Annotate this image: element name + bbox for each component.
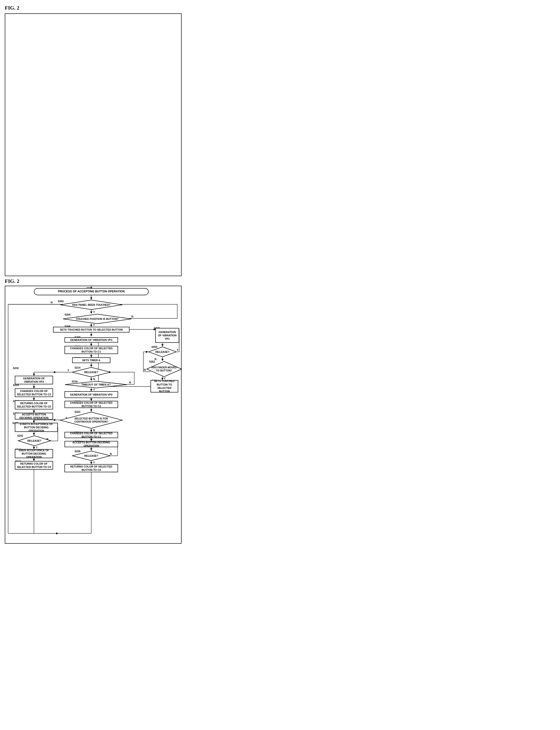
s208-box: GENERATION OF VIBRATION VP1 — [65, 337, 118, 343]
s246-box: RETURNS COLOR OF SELECTED BUTTON TO C0 — [15, 461, 53, 470]
s236-box: RETURNS COLOR OF SELECTED BUTTON TO C0 — [15, 400, 53, 409]
s252-diamond: HAS FINGER MOVED TO BUTTON? — [146, 361, 182, 377]
s230-box: RETURNS COLOR OF SELECTED BUTTON TO C0 — [65, 464, 118, 472]
svg-text:Y: Y — [93, 388, 95, 391]
s212-box: SETS TIMER A — [72, 357, 110, 363]
s244-box: ENDS ACCEPTANCE OF BUTTON DECIDING OPERA… — [15, 449, 53, 458]
fig-label-2: FIG. 2 — [5, 278, 182, 284]
s242-diamond: RELEASE? — [18, 435, 51, 446]
svg-text:Y: Y — [177, 349, 179, 351]
s238-box: ACCEPTS BUTTON DECIDING OPERATION — [15, 413, 53, 419]
svg-text:N: N — [51, 301, 53, 304]
svg-text:N: N — [93, 429, 95, 432]
s220-box: CHANGES COLOR OF SELECTED BUTTON TO C2 — [65, 401, 118, 408]
s226-box: ACCEPTS BUTTON DECIDING OPERATION — [65, 441, 118, 447]
s234-box: CHANGES COLOR OF SELECTED BUTTON TO C2 — [15, 388, 53, 397]
s222-diamond: SELECTED BUTTON IS FOR CONTINUOUS OPERAT… — [60, 412, 123, 429]
s224-box: CHANGES COLOR OF SELECTED BUTTON TO C1 — [65, 432, 118, 438]
s206-box: SETS TOUCHED BUTTON TO SELECTED BUTTON — [53, 327, 129, 333]
s204-diamond: TOUCHED POSITION IS BUTTON? — [63, 314, 132, 324]
s240-box: STARTS ACCEPTANCE OF BUTTON DECIDING OPE… — [15, 423, 58, 432]
svg-text:N: N — [93, 378, 95, 381]
s254-box: SETS TOUCHED BUTTON TO SELECTED BUTTON — [151, 380, 178, 392]
s248-box: GENERATION OF VIBRATION VP1 — [155, 328, 179, 343]
s218-box: GENERATION OF VIBRATION VP2 — [65, 391, 118, 398]
s216-diamond: TIMEOUT OF TIMER A? — [65, 381, 128, 388]
s214-diamond: RELEASE? — [72, 367, 111, 377]
svg-text:N: N — [129, 381, 131, 384]
svg-text:Y: Y — [67, 369, 69, 372]
diagram — [5, 13, 182, 276]
s232-box: GENERATION OF VIBRATION VP2 — [15, 376, 53, 384]
s250-diamond: RELEASE? — [148, 346, 177, 357]
svg-text:N: N — [144, 368, 146, 371]
svg-text:Y: Y — [93, 311, 95, 313]
s232-label: S232 — [13, 367, 19, 370]
s228-diamond: RELEASE? — [72, 451, 111, 461]
s210-box: CHANGES COLOR OF SELECTED BUTTON TO C1 — [65, 346, 118, 354]
fig-label: FIG. 2 — [5, 5, 182, 11]
s234-label: S234 — [13, 384, 19, 386]
flowchart: N Y N Y Y N Y N — [5, 286, 182, 544]
s202-diamond: HAS PANEL BEEN TOUCHED? — [60, 300, 123, 310]
process-title: PROCESS OF ACCEPTING BUTTON OPERATION — [34, 288, 149, 295]
svg-text:Y: Y — [93, 461, 95, 464]
